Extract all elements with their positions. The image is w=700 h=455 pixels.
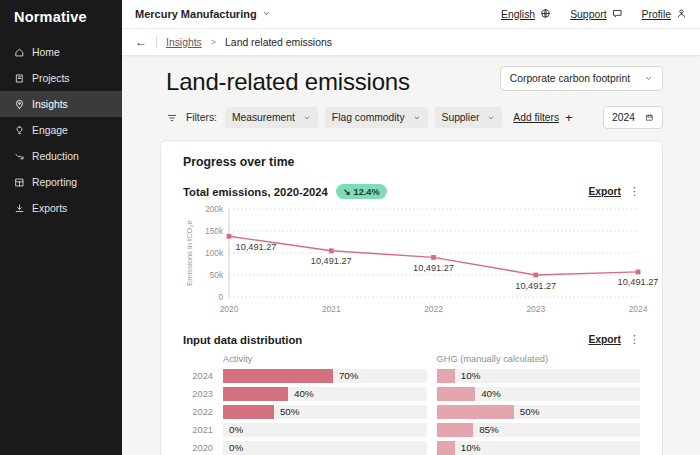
dist-bar — [437, 441, 455, 455]
export-link-distribution[interactable]: Export — [588, 334, 621, 345]
chart-header-right: Export ⋮ — [588, 185, 640, 198]
sidebar-item-label: Engage — [32, 125, 68, 136]
dist-bar-value: 50% — [520, 405, 540, 419]
dist-bar — [437, 387, 476, 401]
dist-bar — [437, 423, 474, 437]
page-content: Land-related emissions Corporate carbon … — [122, 56, 700, 455]
svg-text:2022: 2022 — [424, 304, 443, 314]
dist-bar — [223, 405, 274, 419]
dist-year-label: 2022 — [183, 407, 213, 417]
dist-bar-value: 85% — [479, 423, 499, 437]
trend-badge: ↘ 12.4% — [336, 184, 387, 199]
sidebar-item-reduction[interactable]: Reduction — [0, 143, 122, 169]
sidebar-item-label: Exports — [32, 203, 67, 214]
dist-bar-track: 10% — [437, 369, 641, 383]
sidebar-item-exports[interactable]: Exports — [0, 195, 122, 221]
calendar-icon — [645, 113, 654, 122]
profile-link[interactable]: Profile — [642, 8, 687, 21]
filter-pill-measurement[interactable]: Measurement — [225, 107, 318, 128]
line-chart-svg: 200k150k100k50k0Emissions in tCO₂e10,491… — [183, 201, 642, 323]
scope-select[interactable]: Corporate carbon footprint — [500, 66, 663, 91]
svg-text:2024: 2024 — [629, 304, 648, 314]
filter-pills: MeasurementFlag commoditySupplier — [225, 107, 502, 128]
dist-bar-track: 40% — [437, 387, 641, 401]
year-value: 2024 — [612, 112, 635, 123]
dist-bar-value: 40% — [481, 387, 501, 401]
dist-year-label: 2021 — [183, 425, 213, 435]
filter-pill-supplier[interactable]: Supplier — [435, 107, 503, 128]
english-link[interactable]: English — [501, 8, 551, 21]
svg-text:0: 0 — [218, 293, 223, 302]
dist-column-header: GHG (manually calculated) — [437, 354, 641, 365]
topbar-links: EnglishSupportProfile — [501, 8, 687, 21]
svg-text:10,491.27: 10,491.27 — [515, 281, 556, 291]
dist-bar-value: 40% — [294, 387, 314, 401]
company-switcher[interactable]: Mercury Manufacturing — [135, 8, 271, 20]
sidebar-item-reporting[interactable]: Reporting — [0, 169, 122, 195]
link-label: Support — [570, 9, 606, 20]
insights-card: Progress over time Total emissions, 2020… — [160, 140, 663, 455]
dist-bar-value: 0% — [229, 423, 243, 437]
dist-bar-track: 0% — [223, 423, 427, 437]
app-root: Normative HomeProjectsInsightsEngageRedu… — [0, 0, 700, 455]
dist-bar-track: 50% — [437, 405, 641, 419]
chevron-down-icon — [487, 114, 495, 122]
person-icon — [676, 8, 687, 21]
filter-icon — [166, 112, 178, 124]
dist-bar-value: 10% — [461, 369, 481, 383]
dist-bar — [437, 369, 455, 383]
projects-icon — [14, 73, 25, 84]
sidebar: Normative HomeProjectsInsightsEngageRedu… — [0, 0, 122, 455]
breadcrumb-separator: > — [211, 37, 216, 47]
pill-label: Flag commodity — [332, 112, 405, 123]
dist-bar — [223, 369, 333, 383]
breadcrumb: ← Insights > Land related emissions — [122, 29, 700, 56]
svg-text:50k: 50k — [210, 271, 224, 280]
chart-title: Total emissions, 2020-2024 — [183, 186, 328, 198]
chevron-down-icon — [262, 8, 271, 20]
add-filters-link[interactable]: Add filters — [513, 112, 559, 123]
company-name: Mercury Manufacturing — [135, 8, 257, 20]
input-distribution-chart: ActivityGHG (manually calculated)202470%… — [183, 354, 640, 455]
sidebar-item-label: Insights — [32, 99, 68, 110]
dist-bar-value: 0% — [229, 441, 243, 455]
sidebar-nav: HomeProjectsInsightsEngageReductionRepor… — [0, 39, 122, 221]
sidebar-item-label: Reporting — [32, 177, 77, 188]
back-button[interactable]: ← — [135, 35, 147, 49]
page-title: Land-related emissions — [166, 68, 410, 96]
kebab-menu-icon[interactable]: ⋮ — [629, 333, 640, 346]
title-row: Land-related emissions Corporate carbon … — [160, 66, 663, 96]
svg-text:2023: 2023 — [526, 304, 545, 314]
sidebar-item-insights[interactable]: Insights — [0, 91, 122, 117]
divider — [156, 36, 157, 49]
dist-bar-track: 10% — [437, 441, 641, 455]
svg-text:200k: 200k — [205, 205, 224, 214]
pin-icon — [14, 99, 25, 110]
svg-text:150k: 150k — [205, 227, 224, 236]
breadcrumb-current: Land related emissions — [225, 37, 332, 48]
dist-bar — [437, 405, 514, 419]
chat-icon — [612, 8, 623, 21]
trend-down-icon — [14, 151, 25, 162]
progress-heading: Progress over time — [183, 155, 640, 169]
breadcrumb-link-insights[interactable]: Insights — [166, 37, 202, 48]
main-area: Mercury Manufacturing EnglishSupportProf… — [122, 0, 700, 455]
support-link[interactable]: Support — [570, 8, 622, 21]
grid-icon — [14, 177, 25, 188]
filters-row: Filters: MeasurementFlag commoditySuppli… — [166, 106, 663, 129]
sidebar-item-home[interactable]: Home — [0, 39, 122, 65]
plus-icon[interactable]: + — [565, 110, 573, 125]
globe-icon — [540, 8, 551, 21]
sidebar-item-engage[interactable]: Engage — [0, 117, 122, 143]
filter-pill-flag-commodity[interactable]: Flag commodity — [325, 107, 428, 128]
home-icon — [14, 47, 25, 58]
link-label: Profile — [642, 9, 671, 20]
sidebar-item-projects[interactable]: Projects — [0, 65, 122, 91]
dist-year-label: 2020 — [183, 443, 213, 453]
year-picker[interactable]: 2024 — [603, 106, 663, 129]
export-link-progress[interactable]: Export — [588, 186, 621, 197]
scope-select-value: Corporate carbon footprint — [510, 73, 630, 84]
kebab-menu-icon[interactable]: ⋮ — [629, 185, 640, 198]
chart-header: Total emissions, 2020-2024 ↘ 12.4% Expor… — [183, 184, 640, 199]
svg-text:2020: 2020 — [220, 304, 239, 314]
